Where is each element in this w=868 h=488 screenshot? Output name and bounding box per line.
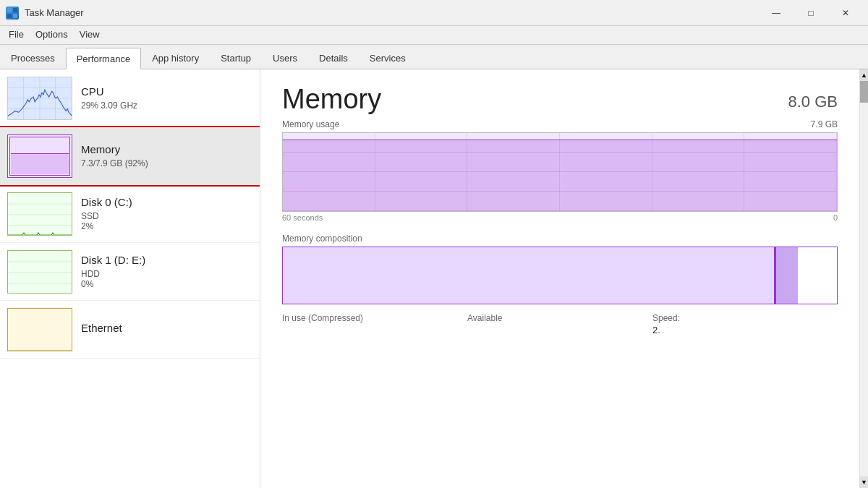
window-title: Task Manager xyxy=(25,7,84,18)
ethernet-thumbnail xyxy=(7,308,72,351)
usage-fill xyxy=(283,140,837,211)
title-bar-left: Task Manager xyxy=(6,7,84,20)
tab-performance[interactable]: Performance xyxy=(66,48,141,69)
tab-startup[interactable]: Startup xyxy=(210,47,262,69)
composition-small xyxy=(776,247,799,304)
stat-available-label: Available xyxy=(467,313,652,323)
detail-capacity: 8.0 GB xyxy=(788,84,838,111)
svg-rect-0 xyxy=(7,8,12,12)
scroll-up[interactable]: ▲ xyxy=(860,69,868,81)
memory-label: Memory xyxy=(81,143,148,155)
disk1-thumbnail xyxy=(7,250,72,294)
usage-label-row: Memory usage 7.9 GB xyxy=(282,119,838,129)
svg-rect-19 xyxy=(8,309,72,351)
disk0-info: Disk 0 (C:) SSD 2% xyxy=(81,196,132,231)
disk0-type: SSD xyxy=(81,211,132,221)
stat-speed-value: 2. xyxy=(652,325,838,335)
detail-header: Memory 8.0 GB xyxy=(282,84,838,115)
svg-rect-11 xyxy=(8,193,72,236)
tab-details[interactable]: Details xyxy=(308,47,359,69)
svg-rect-3 xyxy=(13,14,17,18)
maximize-button[interactable]: □ xyxy=(794,3,827,23)
stat-available: Available xyxy=(467,313,652,335)
cpu-stats: 29% 3.09 GHz xyxy=(81,100,137,111)
menu-file[interactable]: File xyxy=(3,27,30,43)
scroll-down[interactable]: ▼ xyxy=(860,476,868,488)
menu-options[interactable]: Options xyxy=(30,27,74,43)
app-icon xyxy=(6,7,19,20)
composition-label: Memory composition xyxy=(282,234,838,244)
disk1-usage: 0% xyxy=(81,279,145,289)
ethernet-info: Ethernet xyxy=(81,322,122,337)
disk0-label: Disk 0 (C:) xyxy=(81,196,132,208)
tab-app-history[interactable]: App history xyxy=(141,47,210,69)
usage-chart xyxy=(282,132,838,212)
svg-rect-1 xyxy=(13,8,17,12)
chart-time-row: 60 seconds 0 xyxy=(282,213,838,222)
menu-bar: File Options View xyxy=(0,26,868,45)
sidebar-item-cpu[interactable]: CPU 29% 3.09 GHz xyxy=(0,69,260,127)
disk0-thumbnail xyxy=(7,192,72,236)
composition-main xyxy=(283,247,776,304)
detail-title: Memory xyxy=(282,84,381,115)
cpu-thumbnail xyxy=(7,77,72,120)
cpu-label: CPU xyxy=(81,85,137,98)
stat-in-use-label: In use (Compressed) xyxy=(282,313,467,323)
memory-thumbnail xyxy=(7,134,72,178)
cpu-info: CPU 29% 3.09 GHz xyxy=(81,85,137,111)
composition-chart xyxy=(282,247,838,304)
close-button[interactable]: ✕ xyxy=(829,3,862,23)
window-controls: — □ ✕ xyxy=(760,3,862,23)
scrollbar-thumb[interactable] xyxy=(860,81,868,103)
scrollbar[interactable]: ▲ ▼ xyxy=(859,69,868,488)
sidebar-item-disk1[interactable]: Disk 1 (D: E:) HDD 0% xyxy=(0,243,260,301)
time-start: 60 seconds xyxy=(282,213,323,222)
menu-view[interactable]: View xyxy=(74,27,106,43)
memory-stats: 7.3/7.9 GB (92%) xyxy=(81,158,148,168)
ethernet-label: Ethernet xyxy=(81,322,122,334)
sidebar-item-disk0[interactable]: Disk 0 (C:) SSD 2% xyxy=(0,185,260,243)
sidebar-item-ethernet[interactable]: Ethernet xyxy=(0,301,260,359)
sidebar-item-memory[interactable]: Memory 7.3/7.9 GB (92%) xyxy=(0,127,260,185)
sidebar: CPU 29% 3.09 GHz Memory 7.3/7.9 GB (92%) xyxy=(0,69,260,488)
disk1-type: HDD xyxy=(81,269,145,279)
detail-panel: Memory 8.0 GB Memory usage 7.9 GB xyxy=(260,69,859,488)
disk0-usage: 2% xyxy=(81,221,132,231)
stat-speed-label: Speed: xyxy=(652,313,838,323)
tab-services[interactable]: Services xyxy=(359,47,417,69)
stat-in-use: In use (Compressed) xyxy=(282,313,467,335)
tab-processes[interactable]: Processes xyxy=(0,47,66,69)
disk1-info: Disk 1 (D: E:) HDD 0% xyxy=(81,254,145,289)
stat-speed: Speed: 2. xyxy=(652,313,838,335)
time-end: 0 xyxy=(833,213,838,222)
title-bar: Task Manager — □ ✕ xyxy=(0,0,868,26)
tab-users[interactable]: Users xyxy=(262,47,308,69)
memory-info: Memory 7.3/7.9 GB (92%) xyxy=(81,143,148,168)
svg-rect-15 xyxy=(8,251,72,294)
minimize-button[interactable]: — xyxy=(760,3,793,23)
tab-bar: Processes Performance App history Startu… xyxy=(0,45,868,69)
usage-label: Memory usage xyxy=(282,119,339,129)
usage-value: 7.9 GB xyxy=(811,119,838,129)
disk1-label: Disk 1 (D: E:) xyxy=(81,254,145,266)
stats-row: In use (Compressed) Available Speed: 2. xyxy=(282,313,838,335)
svg-rect-2 xyxy=(7,14,12,18)
main-content: CPU 29% 3.09 GHz Memory 7.3/7.9 GB (92%) xyxy=(0,69,868,488)
